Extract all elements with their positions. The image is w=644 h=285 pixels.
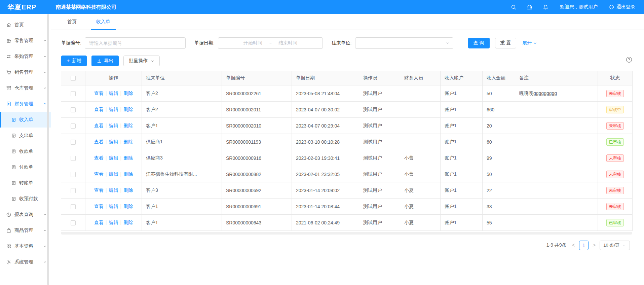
date-start-placeholder: 开始时间 (243, 40, 262, 46)
row-checkbox[interactable] (71, 123, 76, 129)
search-button[interactable]: 查 询 (468, 38, 490, 48)
sidebar-item-warehouse[interactable]: 仓库管理 (0, 80, 51, 96)
view-link[interactable]: 查看 (94, 155, 104, 161)
logout-button[interactable]: 退出登录 (609, 4, 635, 10)
export-button[interactable]: 导出 (91, 56, 119, 66)
tab-home[interactable]: 首页 (62, 14, 82, 30)
delete-link[interactable]: 删除 (123, 91, 133, 96)
batch-operation-button[interactable]: 批量操作 (123, 56, 160, 66)
sidebar-item-home[interactable]: 首页 (0, 17, 51, 33)
cell-remark (515, 199, 598, 215)
cell-finance: 小夏 (400, 199, 441, 215)
edit-link[interactable]: 编辑 (109, 91, 118, 96)
delete-link[interactable]: 删除 (123, 107, 133, 112)
horizontal-scrollbar[interactable] (61, 232, 632, 235)
view-link[interactable]: 查看 (94, 139, 104, 144)
delete-link[interactable]: 删除 (123, 123, 133, 128)
date-range-picker[interactable]: 开始时间 ~ 结束时间 (218, 37, 323, 49)
action-separator: | (106, 139, 107, 144)
bill-no-input[interactable] (85, 37, 186, 49)
sidebar-item-expense-bill[interactable]: 支出单 (0, 128, 51, 143)
status-badge: 未审核 (606, 203, 624, 210)
search-icon[interactable] (511, 4, 517, 10)
view-link[interactable]: 查看 (94, 107, 104, 112)
delete-link[interactable]: 删除 (123, 155, 133, 161)
cell-unit: 客户1 (142, 199, 222, 215)
current-page-button[interactable]: 1 (579, 241, 589, 250)
sidebar-item-purchase[interactable]: 采购管理 (0, 48, 51, 64)
row-checkbox[interactable] (71, 91, 76, 96)
edit-link[interactable]: 编辑 (109, 204, 118, 209)
edit-link[interactable]: 编辑 (109, 155, 118, 161)
batch-label: 批量操作 (129, 58, 148, 64)
chevron-down-icon (43, 213, 47, 216)
row-checkbox[interactable] (71, 188, 76, 193)
cell-date: 2023-05-08 21:48:04 (292, 85, 359, 102)
prev-page-button[interactable]: < (571, 243, 576, 248)
edit-link[interactable]: 编辑 (109, 123, 118, 128)
view-link[interactable]: 查看 (94, 187, 104, 193)
sidebar-item-system[interactable]: 系统管理 (0, 254, 51, 270)
sidebar-item-basic-data[interactable]: 基本资料 (0, 238, 51, 254)
row-checkbox[interactable] (71, 107, 76, 112)
expand-link[interactable]: 展开 (522, 40, 537, 46)
column-header-amount: 收入金额 (483, 71, 515, 85)
sidebar-scrollbar[interactable] (47, 14, 49, 285)
next-page-button[interactable]: > (592, 243, 596, 248)
sidebar-item-label: 仓库管理 (14, 85, 33, 91)
view-link[interactable]: 查看 (94, 91, 104, 96)
doc-icon (11, 197, 16, 201)
view-link[interactable]: 查看 (94, 123, 104, 128)
action-separator: | (106, 171, 107, 177)
sidebar-item-receipt-bill[interactable]: 收款单 (0, 143, 51, 159)
delete-link[interactable]: 删除 (123, 139, 133, 144)
table-row: 查看|编辑|删除 客户1 SR00000000691 2023-01-14 20… (61, 199, 633, 215)
delete-link[interactable]: 删除 (123, 187, 133, 193)
sidebar-item-retail[interactable]: 零售管理 (0, 33, 51, 48)
sidebar-item-reports[interactable]: 报表查询 (0, 207, 51, 222)
app-logo[interactable]: 华夏ERP (0, 3, 51, 12)
chevron-down-icon (622, 244, 626, 247)
delete-link[interactable]: 删除 (123, 204, 133, 209)
delete-link[interactable]: 删除 (123, 220, 133, 225)
cell-finance: 小曹 (400, 166, 441, 182)
delete-link[interactable]: 删除 (123, 171, 133, 177)
cell-operator: 测试用户 (359, 134, 400, 150)
edit-link[interactable]: 编辑 (109, 107, 118, 112)
view-link[interactable]: 查看 (94, 204, 104, 209)
add-button[interactable]: + 新增 (61, 56, 87, 66)
chevron-down-icon (43, 228, 47, 232)
filter-bill-date: 单据日期: 开始时间 ~ 结束时间 (194, 37, 323, 49)
edit-link[interactable]: 编辑 (109, 139, 118, 144)
row-checkbox[interactable] (71, 220, 76, 225)
page-size-select[interactable]: 10 条/页 (600, 241, 630, 250)
reset-button[interactable]: 重 置 (495, 38, 517, 48)
sidebar-item-prepayment[interactable]: 收预付款 (0, 191, 51, 207)
sidebar-item-income-bill[interactable]: 收入单 (0, 112, 51, 128)
sidebar-item-goods[interactable]: 商品管理 (0, 222, 51, 238)
sidebar-item-payment-bill[interactable]: 付款单 (0, 159, 51, 175)
bank-icon[interactable] (527, 4, 533, 10)
sidebar-item-finance[interactable]: 财务管理 (0, 96, 51, 112)
row-checkbox[interactable] (71, 204, 76, 209)
action-separator: | (106, 91, 107, 96)
unit-select[interactable] (355, 37, 453, 49)
view-link[interactable]: 查看 (94, 220, 104, 225)
edit-link[interactable]: 编辑 (109, 187, 118, 193)
bell-icon[interactable] (543, 4, 548, 10)
edit-link[interactable]: 编辑 (109, 171, 118, 177)
sidebar-item-transfer-bill[interactable]: 转账单 (0, 175, 51, 191)
sidebar-item-sales[interactable]: 销售管理 (0, 64, 51, 80)
row-checkbox[interactable] (71, 172, 76, 177)
row-checkbox[interactable] (71, 156, 76, 161)
cell-date: 2023-01-14 20:09:02 (292, 182, 359, 199)
tab-income-bill[interactable]: 收入单 (91, 14, 116, 30)
doc-icon (11, 117, 16, 122)
cell-date: 2023-04-07 00:29:04 (292, 118, 359, 134)
row-checkbox[interactable] (71, 140, 76, 145)
edit-link[interactable]: 编辑 (109, 220, 118, 225)
bill-date-label: 单据日期: (194, 40, 215, 46)
select-all-checkbox[interactable] (71, 76, 76, 81)
view-link[interactable]: 查看 (94, 171, 104, 177)
help-icon[interactable] (626, 56, 633, 63)
